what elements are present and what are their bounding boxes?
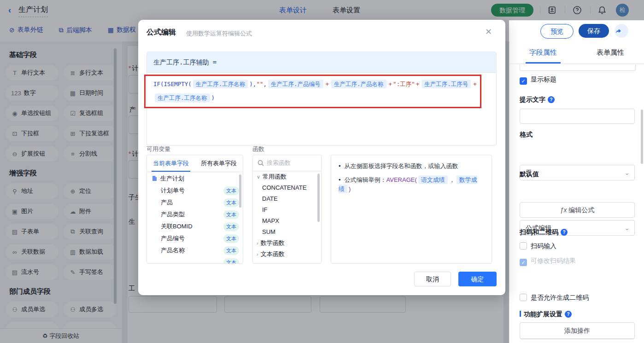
close-icon[interactable]: ✕ xyxy=(485,27,492,37)
field-token: 生产工序.工序名称 xyxy=(155,93,210,102)
checkbox-checked-icon[interactable]: ✓ xyxy=(520,77,527,85)
hint-text-input[interactable] xyxy=(520,109,635,124)
function-item-SUM[interactable]: SUM xyxy=(253,227,321,238)
variable-row[interactable]: 产品名称文本 xyxy=(147,244,243,256)
help-icon[interactable]: ? xyxy=(548,96,555,103)
checkbox-checked-disabled-icon: ✓ xyxy=(520,259,527,266)
type-badge: 文本 xyxy=(223,258,239,264)
chevron-down-icon: ⌄ xyxy=(624,165,630,180)
variable-row[interactable]: 关联BOMID文本 xyxy=(147,221,243,233)
type-badge: 文本 xyxy=(223,210,239,219)
variables-tabs: 当前表单字段所有表单字段 xyxy=(147,155,243,172)
format-label: 格式 xyxy=(520,131,533,139)
formula-token: + xyxy=(416,81,420,87)
variable-name: 产品名称 xyxy=(161,246,223,255)
properties-tabs: 字段属性表单属性 xyxy=(509,41,644,64)
title-input-partial[interactable] xyxy=(520,64,636,71)
type-badge: 文本 xyxy=(223,198,239,207)
formula-line: 生产工序.工序名称) xyxy=(153,91,490,105)
edit-formula-button[interactable]: ƒx 编辑公式 xyxy=(520,202,635,218)
form-root-node[interactable]: 生产计划 xyxy=(147,172,243,185)
formula-target: 生产工序.工序辅助 = xyxy=(147,52,496,73)
variable-row[interactable]: 文本 xyxy=(147,256,243,264)
show-title-checkbox-row[interactable]: ✓显示标题 xyxy=(520,76,556,85)
save-button[interactable]: 保存 xyxy=(579,24,609,38)
modal-mask-top xyxy=(0,0,644,20)
functions-panel: 搜索函数 ∨常用函数CONCATENATEDATEIFMAPXSUM›数学函数›… xyxy=(252,155,322,264)
variable-row[interactable]: 产品类型文本 xyxy=(147,209,243,221)
help-icon[interactable]: ? xyxy=(565,311,572,318)
scan-input-checkbox-row[interactable]: 扫码输入 xyxy=(520,242,556,250)
field-token: 生产工序.工序号 xyxy=(422,80,471,88)
variables-scrollbar[interactable] xyxy=(239,174,241,208)
variables-tree: 生产计划计划单号文本产品文本产品类型文本关联BOMID文本产品编号文本产品名称文… xyxy=(147,172,243,264)
properties-tab-表单属性[interactable]: 表单属性 xyxy=(577,41,644,64)
preview-button[interactable]: 预览 xyxy=(540,24,574,39)
field-token: 生产工序.产品编号 xyxy=(268,80,323,88)
variables-tab-当前表单字段[interactable]: 当前表单字段 xyxy=(147,155,195,172)
chevron-down-icon: ⌄ xyxy=(624,221,630,235)
variable-name: 产品类型 xyxy=(161,210,223,219)
variable-name: 关联BOMID xyxy=(161,222,223,231)
chevron-right-icon: › xyxy=(257,240,258,246)
field-token: 语文成绩 xyxy=(418,175,448,184)
scan-section-label: 扫码和二维码? xyxy=(520,228,568,237)
help-panel: •从左侧面板选择字段名和函数，或输入函数 •公式编辑举例：AVERAGE(语文成… xyxy=(331,155,492,264)
functions-label: 函数 xyxy=(252,145,264,153)
function-search[interactable]: 搜索函数 xyxy=(253,155,321,171)
help-example: •公式编辑举例：AVERAGE(语文成绩，数学成绩) xyxy=(339,175,484,194)
type-badge: 文本 xyxy=(223,222,239,231)
scan-editable-checkbox-row: ✓可修改扫码结果 xyxy=(520,257,576,266)
cancel-button[interactable]: 取消 xyxy=(414,272,451,286)
function-item-IF[interactable]: IF xyxy=(253,204,321,215)
checkbox-unchecked-icon[interactable] xyxy=(520,242,527,250)
variable-row[interactable]: 产品编号文本 xyxy=(147,233,243,244)
formula-token: + xyxy=(473,81,477,87)
default-value-label: 默认值 xyxy=(520,170,539,179)
hint-text-label: 提示文字? xyxy=(520,96,555,104)
variables-label: 可用变量 xyxy=(146,145,170,153)
form-designer-page: ‹ 生产计划 表单设计表单设置 数据管理 检 ⊘表单外链⧉后端脚本▦数据权 预览… xyxy=(0,0,644,343)
function-group-文本函数[interactable]: ›文本函数 xyxy=(253,249,321,260)
formula-token: ":工序" xyxy=(393,81,415,87)
share-button[interactable] xyxy=(615,24,628,38)
function-item-DATE[interactable]: DATE xyxy=(253,193,321,204)
help-icon[interactable]: ? xyxy=(561,229,568,236)
functions-scrollbar[interactable] xyxy=(317,174,320,222)
formula-expression[interactable]: IF(ISEMPTY(生产工序.工序名称),"",生产工序.产品编号+生产工序.… xyxy=(147,73,496,110)
type-badge: 文本 xyxy=(223,186,239,195)
example-token: ， xyxy=(449,176,455,183)
field-token: 生产工序.工序名称 xyxy=(193,80,248,88)
properties-tab-字段属性[interactable]: 字段属性 xyxy=(509,41,577,64)
section-bar xyxy=(520,311,521,317)
variable-name: 产品编号 xyxy=(161,234,223,243)
function-item-MAPX[interactable]: MAPX xyxy=(253,215,321,227)
formula-line: IF(ISEMPTY(生产工序.工序名称),"",生产工序.产品编号+生产工序.… xyxy=(153,77,490,91)
modal-subtitle: 使用数学运算符编辑公式 xyxy=(186,29,252,38)
panel-scrollbar[interactable] xyxy=(641,110,643,164)
confirm-button[interactable]: 确定 xyxy=(458,272,497,286)
variable-row[interactable]: 计划单号文本 xyxy=(147,185,243,197)
example-token: ) xyxy=(349,186,351,192)
example-token: AVERAGE( xyxy=(386,176,417,183)
formula-editor[interactable]: 生产工序.工序辅助 = IF(ISEMPTY(生产工序.工序名称),"",生产工… xyxy=(146,52,497,145)
qr-allow-checkbox-row[interactable]: 是否允许生成二维码 xyxy=(520,294,589,302)
type-badge: 文本 xyxy=(223,246,239,255)
function-group-数学函数[interactable]: ›数学函数 xyxy=(253,238,321,249)
checkbox-unchecked-icon[interactable] xyxy=(520,294,527,301)
form-root-label: 生产计划 xyxy=(160,174,184,183)
formula-token: + xyxy=(389,81,392,87)
variable-row[interactable]: 产品文本 xyxy=(147,197,243,209)
function-group-label: 文本函数 xyxy=(261,250,285,258)
type-badge: 文本 xyxy=(223,234,239,243)
field-token: 生产工序.产品名称 xyxy=(331,80,386,88)
help-tip: •从左侧面板选择字段名和函数，或输入函数 xyxy=(339,162,484,171)
variables-panel: 当前表单字段所有表单字段 生产计划计划单号文本产品文本产品类型文本关联BOMID… xyxy=(146,155,243,264)
add-action-button[interactable]: 添加操作 xyxy=(520,322,635,339)
variable-name: 产品 xyxy=(161,198,223,207)
variables-tab-所有表单字段[interactable]: 所有表单字段 xyxy=(195,155,243,172)
share-arrow-icon xyxy=(615,27,622,35)
function-item-CONCATENATE[interactable]: CONCATENATE xyxy=(253,182,321,193)
function-group-常用函数[interactable]: ∨常用函数 xyxy=(253,171,321,182)
search-placeholder: 搜索函数 xyxy=(267,159,291,167)
